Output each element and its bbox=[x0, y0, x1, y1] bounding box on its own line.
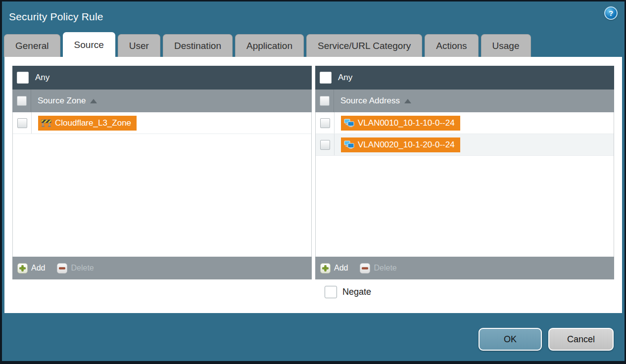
source-address-any-header: Any bbox=[315, 66, 614, 90]
table-row: VLAN0020_10-1-20-0--24 bbox=[316, 134, 614, 156]
source-zone-panel: Any Source Zone bbox=[12, 66, 312, 279]
add-button-label: Add bbox=[31, 264, 45, 273]
source-address-any-label: Any bbox=[338, 73, 352, 83]
row-checkbox[interactable] bbox=[320, 140, 330, 150]
sort-ascending-icon bbox=[404, 99, 411, 103]
negate-row: Negate bbox=[325, 286, 614, 298]
address-chip-label: VLAN0020_10-1-20-0--24 bbox=[358, 140, 455, 150]
source-zone-any-header: Any bbox=[12, 66, 312, 90]
dialog-titlebar: Security Policy Rule ? bbox=[2, 1, 625, 32]
dialog-title: Security Policy Rule bbox=[9, 11, 604, 23]
delete-button[interactable]: Delete bbox=[57, 263, 94, 273]
source-address-column-header: Source Address bbox=[315, 90, 614, 112]
tab-application[interactable]: Application bbox=[235, 34, 304, 57]
source-zone-footer: Add Delete bbox=[12, 257, 312, 279]
address-icon bbox=[344, 140, 354, 149]
add-button[interactable]: Add bbox=[17, 263, 45, 273]
delete-button[interactable]: Delete bbox=[360, 263, 396, 273]
source-zone-select-all-checkbox[interactable] bbox=[17, 96, 27, 106]
add-button-label: Add bbox=[334, 264, 348, 273]
zone-chip[interactable]: Cloudflare_L3_Zone bbox=[38, 116, 137, 131]
negate-label: Negate bbox=[342, 287, 371, 297]
delete-minus-icon bbox=[360, 263, 370, 273]
delete-minus-icon bbox=[57, 263, 67, 273]
source-zone-sort-header[interactable]: Source Zone bbox=[38, 96, 97, 106]
tab-content-source: Any Source Zone bbox=[4, 57, 622, 313]
add-button[interactable]: Add bbox=[320, 263, 348, 273]
source-address-select-all-checkbox[interactable] bbox=[320, 96, 330, 106]
dialog-button-bar: OK Cancel bbox=[2, 313, 625, 361]
address-chip[interactable]: VLAN0020_10-1-20-0--24 bbox=[341, 137, 460, 152]
add-plus-icon bbox=[17, 263, 28, 273]
delete-button-label: Delete bbox=[374, 264, 396, 273]
source-zone-list: Cloudflare_L3_Zone bbox=[12, 112, 312, 257]
tab-usage[interactable]: Usage bbox=[481, 34, 531, 57]
sort-ascending-icon bbox=[90, 99, 97, 103]
address-chip-label: VLAN0010_10-1-10-0--24 bbox=[358, 118, 455, 128]
source-zone-column-title: Source Zone bbox=[38, 96, 86, 106]
table-row: VLAN0010_10-1-10-0--24 bbox=[316, 112, 614, 134]
source-zone-column-header: Source Zone bbox=[12, 90, 312, 112]
delete-button-label: Delete bbox=[71, 264, 94, 273]
help-icon[interactable]: ? bbox=[604, 6, 618, 20]
screen: Security Policy Rule ? General Source Us… bbox=[0, 0, 626, 364]
negate-checkbox[interactable] bbox=[325, 286, 337, 298]
source-zone-any-label: Any bbox=[35, 73, 49, 83]
address-chip[interactable]: VLAN0010_10-1-10-0--24 bbox=[341, 116, 460, 131]
tab-source[interactable]: Source bbox=[63, 32, 115, 57]
source-zone-any-checkbox[interactable] bbox=[17, 72, 29, 84]
source-address-footer: Add Delete bbox=[315, 257, 614, 279]
row-checkbox[interactable] bbox=[320, 118, 330, 128]
row-checkbox[interactable] bbox=[17, 118, 27, 128]
tab-user[interactable]: User bbox=[118, 34, 160, 57]
source-address-column-title: Source Address bbox=[340, 96, 400, 106]
add-plus-icon bbox=[320, 263, 331, 273]
tab-destination[interactable]: Destination bbox=[163, 34, 233, 57]
address-icon bbox=[344, 119, 354, 127]
zone-icon bbox=[41, 119, 51, 127]
tab-actions[interactable]: Actions bbox=[425, 34, 478, 57]
source-address-sort-header[interactable]: Source Address bbox=[340, 96, 411, 106]
tab-service-url-category[interactable]: Service/URL Category bbox=[306, 34, 422, 57]
zone-chip-label: Cloudflare_L3_Zone bbox=[55, 118, 131, 128]
tab-bar: General Source User Destination Applicat… bbox=[2, 32, 625, 57]
ok-button[interactable]: OK bbox=[479, 328, 542, 351]
security-policy-rule-dialog: Security Policy Rule ? General Source Us… bbox=[2, 1, 625, 361]
source-address-panel: Any Source Address bbox=[315, 66, 614, 279]
table-row: Cloudflare_L3_Zone bbox=[13, 112, 311, 134]
cancel-button[interactable]: Cancel bbox=[548, 328, 614, 351]
source-address-any-checkbox[interactable] bbox=[320, 72, 332, 84]
tab-general[interactable]: General bbox=[4, 34, 60, 57]
source-address-list: VLAN0010_10-1-10-0--24 bbox=[315, 112, 614, 257]
